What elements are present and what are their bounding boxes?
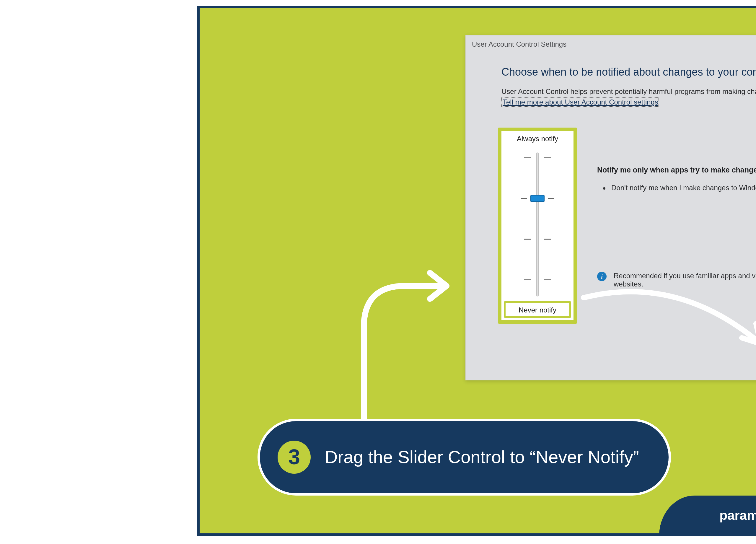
uac-dialog: User Account Control Settings Choose whe… (465, 35, 756, 380)
slider-label-top: Always notify (501, 135, 573, 143)
uac-slider[interactable]: Always notify Never notify (501, 131, 573, 320)
titlebar: User Account Control Settings (466, 35, 756, 53)
dialog-subtext: User Account Control helps prevent poten… (501, 87, 756, 96)
recommendation-row: i Recommended if you use familiar apps a… (597, 272, 756, 288)
slider-tick (524, 239, 551, 240)
slider-label-bottom: Never notify (501, 306, 573, 314)
description-bullet: Don't notify me when I make changes to W… (611, 184, 756, 192)
step-text: Drag the Slider Control to “Never Notify… (325, 446, 639, 468)
window-title: User Account Control Settings (472, 40, 756, 48)
slider-tick (524, 157, 551, 158)
slider-description: Notify me only when apps try to make cha… (597, 165, 756, 192)
step-callout: 3 Drag the Slider Control to “Never Noti… (258, 419, 671, 496)
brand-footer: paramounttechsolution.com (659, 496, 756, 536)
slider-track (536, 152, 539, 297)
slider-tick (524, 279, 551, 280)
slider-thumb[interactable] (530, 195, 545, 202)
arrow-icon (346, 256, 464, 434)
description-title: Notify me only when apps try to make cha… (597, 165, 756, 175)
help-link[interactable]: Tell me more about User Account Control … (501, 97, 659, 107)
dialog-body: Choose when to be notified about changes… (466, 53, 756, 380)
info-icon: i (597, 272, 607, 281)
recommendation-text: Recommended if you use familiar apps and… (614, 272, 756, 288)
dialog-heading: Choose when to be notified about changes… (501, 66, 756, 79)
tutorial-frame: User Account Control Settings Choose whe… (197, 6, 756, 536)
step-number-badge: 3 (278, 441, 311, 474)
